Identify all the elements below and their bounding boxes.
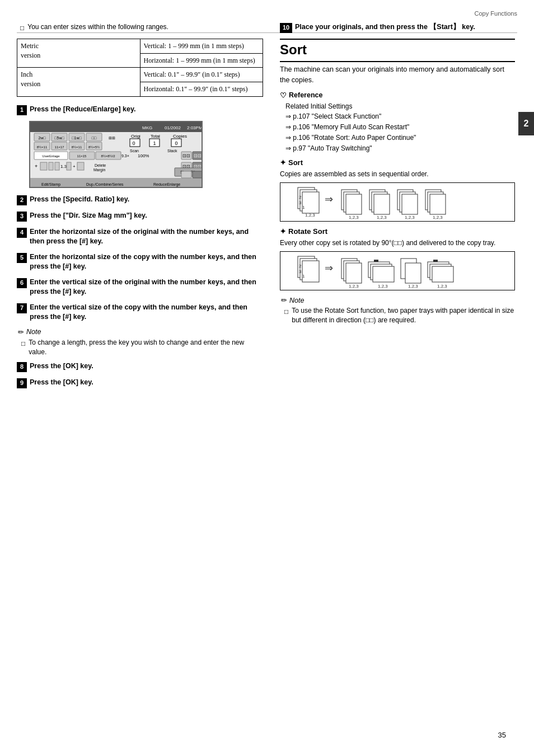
- svg-text:⇒: ⇒: [325, 262, 333, 274]
- left-column: □ You can enter sizes within the followi…: [17, 22, 263, 394]
- svg-text:1: 1: [153, 140, 156, 146]
- diamond-icon-1: ✦: [280, 158, 286, 167]
- svg-text:8½×11: 8½×11: [37, 145, 48, 149]
- step-8: 8 Press the [OK] key.: [17, 361, 263, 372]
- svg-text:2: 2: [299, 264, 302, 269]
- step-4: 4 Enter the horizontal size of the origi…: [17, 227, 263, 247]
- page-number: 35: [498, 731, 506, 739]
- svg-rect-113: [432, 266, 453, 282]
- metric-horizontal: Horizontal: 1 – 9999 mm (in 1 mm steps): [140, 53, 263, 68]
- rotate-note-item: □ To use the Rotate Sort function, two p…: [281, 306, 515, 325]
- rotate-note-section: ✏ Note □ To use the Rotate Sort function…: [280, 296, 515, 325]
- svg-text:3: 3: [299, 200, 302, 205]
- rotate-note-title: ✏ Note: [281, 296, 515, 304]
- svg-text:Edit/Stamp: Edit/Stamp: [41, 182, 60, 187]
- rotate-note-text: To use the Rotate Sort function, two pap…: [292, 306, 515, 325]
- inch-label: Inchversion: [17, 68, 140, 97]
- step-6-num: 6: [17, 278, 27, 288]
- step-2-text: Press the [Specifd. Ratio] key.: [30, 195, 129, 205]
- rotate-sort-sub-section: ✦ Rotate Sort Every other copy set is ro…: [280, 227, 515, 290]
- svg-text:1,2,3: 1,2,3: [437, 284, 447, 289]
- sort-divider-top: [280, 39, 515, 40]
- svg-text:2: 2: [299, 195, 302, 200]
- step-6-text: Enter the vertical size of the original …: [30, 278, 263, 297]
- svg-rect-89: [430, 194, 446, 214]
- svg-text:Total: Total: [151, 134, 160, 139]
- header-title: Copy Functions: [475, 10, 517, 17]
- svg-rect-81: [374, 194, 390, 214]
- svg-rect-77: [346, 194, 362, 214]
- svg-text:01/2002: 01/2002: [165, 125, 181, 130]
- svg-text:1,2,3: 1,2,3: [433, 215, 443, 220]
- sort-sub-section: ✦ Sort Copies are assembled as sets in s…: [280, 158, 515, 222]
- pencil-icon: ✏: [18, 328, 24, 336]
- svg-text:0: 0: [175, 140, 177, 146]
- step-10-text: Place your originals, and then press the…: [295, 22, 475, 32]
- svg-text:1,2,3: 1,2,3: [405, 215, 415, 220]
- svg-text:Scan: Scan: [130, 149, 139, 153]
- inch-horizontal: Horizontal: 0.1″ – 99.9″ (in 0.1″ steps): [140, 82, 263, 97]
- ref-item-1: ⇒ p.107 "Select Stack Function": [280, 112, 515, 121]
- svg-rect-106: [374, 260, 378, 262]
- arrow-2: ⇒: [285, 123, 293, 131]
- step-6: 6 Enter the vertical size of the origina…: [17, 278, 263, 297]
- note-section: ✏ Note □ To change a length, press the k…: [17, 328, 263, 357]
- svg-text:ReduceEnlarge: ReduceEnlarge: [153, 182, 180, 187]
- table-row: Metricversion Vertical: 1 – 999 mm (in 1…: [17, 39, 263, 53]
- sort-illustration: 1,2,3 3 2 1 ⇒ 1,2,3 1,2,3: [280, 182, 515, 222]
- svg-rect-49: [67, 162, 71, 170]
- chapter-tab: 2: [518, 112, 534, 135]
- metric-label: Metricversion: [17, 39, 140, 68]
- svg-text:11×15: 11×15: [77, 154, 87, 158]
- intro-text: You can enter sizes within the following…: [27, 22, 168, 32]
- ref-text-3: p.106 "Rotate Sort: Auto Paper Continue": [293, 134, 416, 142]
- svg-text:11×17: 11×17: [55, 145, 65, 149]
- ref-item-3: ⇒ p.106 "Rotate Sort: Auto Paper Continu…: [280, 133, 515, 143]
- svg-rect-100: [346, 263, 362, 283]
- rotate-sort-label: Rotate Sort: [288, 227, 327, 236]
- svg-rect-85: [402, 194, 418, 214]
- svg-rect-93: [302, 261, 319, 282]
- rotate-sort-title: ✦ Rotate Sort: [280, 227, 515, 236]
- svg-rect-104: [373, 266, 394, 282]
- pencil-icon-2: ✏: [281, 296, 287, 304]
- step-5-num: 5: [17, 253, 27, 263]
- step-2: 2 Press the [Specifd. Ratio] key.: [17, 195, 263, 205]
- svg-rect-69: [302, 192, 319, 213]
- svg-text:1,2,3: 1,2,3: [349, 215, 359, 220]
- step-1-text: Press the [Reduce/Enlarge] key.: [30, 105, 135, 115]
- ref-item-0: Related Initial Settings: [280, 102, 515, 111]
- svg-text:Margin: Margin: [93, 168, 106, 172]
- svg-text:3: 3: [299, 269, 302, 274]
- ref-text-1: p.107 "Select Stack Function": [293, 112, 381, 120]
- reference-section: ♡ Reference Related Initial Settings ⇒ p…: [280, 91, 515, 153]
- svg-rect-109: [405, 263, 421, 283]
- step-3-num: 3: [17, 212, 27, 222]
- reference-label: Reference: [289, 91, 322, 99]
- rotate-sort-illustration: 3 2 1 ⇒ 1,2,3 1,2,3: [280, 251, 515, 290]
- note-item-1: □ To change a length, press the key you …: [18, 338, 263, 357]
- step-10: 10 Place your originals, and then press …: [280, 22, 515, 33]
- step-3: 3 Press the ["Dir. Size Mag mm"] key.: [17, 211, 263, 222]
- arrow-4: ⇒: [285, 144, 293, 152]
- svg-text:1: 1: [302, 274, 305, 279]
- svg-text:□□: □□: [92, 136, 97, 140]
- svg-text:2:03PM: 2:03PM: [187, 125, 203, 130]
- step-7-num: 7: [17, 303, 27, 313]
- svg-text:1,2,3: 1,2,3: [349, 284, 359, 289]
- sort-intro: The machine can scan your originals into…: [280, 64, 515, 86]
- checkbox-symbol: □: [20, 24, 24, 33]
- step-9: 9 Press the [OK] key.: [17, 378, 263, 388]
- svg-text:Copies: Copies: [173, 134, 187, 139]
- screen-mockup: MKG 01/2002 2:03PM Origi Total Copies 0 …: [29, 121, 203, 188]
- step-7: 7 Enter the vertical size of the copy wi…: [17, 303, 263, 322]
- svg-text:⊞⊞: ⊞⊞: [109, 136, 115, 140]
- svg-text:100%: 100%: [138, 153, 149, 158]
- sort-sub-label: Sort: [288, 158, 303, 167]
- table-row: Inchversion Vertical: 0.1″ – 99.9″ (in 0…: [17, 68, 263, 82]
- svg-text:Delete: Delete: [95, 163, 106, 167]
- step-9-text: Press the [OK] key.: [30, 378, 93, 388]
- svg-text:8½×8½/2: 8½×8½/2: [101, 154, 115, 158]
- svg-text:2w□: 2w□: [38, 136, 46, 140]
- diamond-icon-2: ✦: [280, 227, 286, 236]
